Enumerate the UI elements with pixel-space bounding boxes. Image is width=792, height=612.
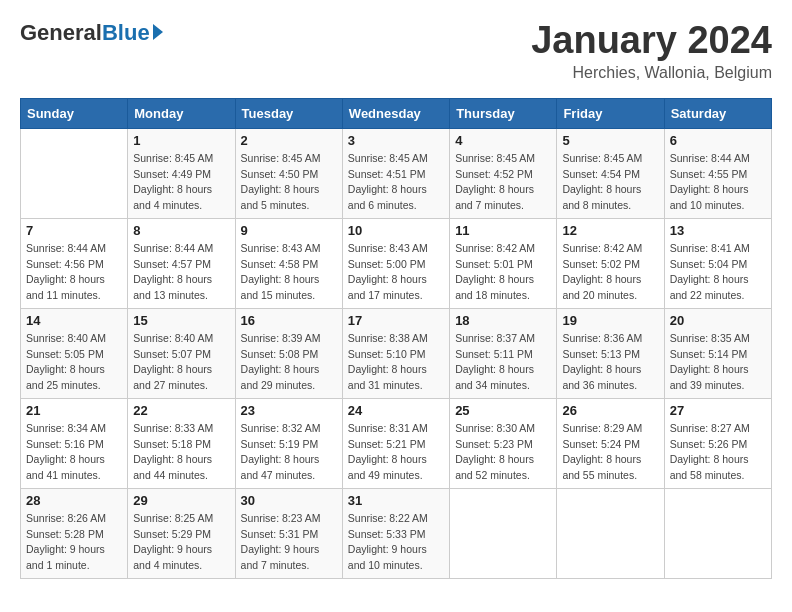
day-info: Sunrise: 8:42 AMSunset: 5:02 PMDaylight:…	[562, 241, 658, 304]
day-info: Sunrise: 8:33 AMSunset: 5:18 PMDaylight:…	[133, 421, 229, 484]
calendar-cell: 5Sunrise: 8:45 AMSunset: 4:54 PMDaylight…	[557, 128, 664, 218]
day-info: Sunrise: 8:38 AMSunset: 5:10 PMDaylight:…	[348, 331, 444, 394]
calendar-cell: 10Sunrise: 8:43 AMSunset: 5:00 PMDayligh…	[342, 218, 449, 308]
calendar-cell: 17Sunrise: 8:38 AMSunset: 5:10 PMDayligh…	[342, 308, 449, 398]
day-info: Sunrise: 8:44 AMSunset: 4:57 PMDaylight:…	[133, 241, 229, 304]
calendar-cell	[664, 488, 771, 578]
calendar-cell: 16Sunrise: 8:39 AMSunset: 5:08 PMDayligh…	[235, 308, 342, 398]
day-info: Sunrise: 8:41 AMSunset: 5:04 PMDaylight:…	[670, 241, 766, 304]
day-info: Sunrise: 8:26 AMSunset: 5:28 PMDaylight:…	[26, 511, 122, 574]
calendar-cell: 26Sunrise: 8:29 AMSunset: 5:24 PMDayligh…	[557, 398, 664, 488]
day-info: Sunrise: 8:23 AMSunset: 5:31 PMDaylight:…	[241, 511, 337, 574]
day-info: Sunrise: 8:43 AMSunset: 4:58 PMDaylight:…	[241, 241, 337, 304]
logo-general-text: General	[20, 20, 102, 46]
calendar-cell: 3Sunrise: 8:45 AMSunset: 4:51 PMDaylight…	[342, 128, 449, 218]
day-number: 28	[26, 493, 122, 508]
calendar-cell: 21Sunrise: 8:34 AMSunset: 5:16 PMDayligh…	[21, 398, 128, 488]
day-info: Sunrise: 8:45 AMSunset: 4:51 PMDaylight:…	[348, 151, 444, 214]
day-info: Sunrise: 8:25 AMSunset: 5:29 PMDaylight:…	[133, 511, 229, 574]
title-section: January 2024 Herchies, Wallonia, Belgium	[531, 20, 772, 82]
day-number: 24	[348, 403, 444, 418]
logo: General Blue	[20, 20, 163, 46]
month-title: January 2024	[531, 20, 772, 62]
calendar-cell: 4Sunrise: 8:45 AMSunset: 4:52 PMDaylight…	[450, 128, 557, 218]
calendar-header-row: SundayMondayTuesdayWednesdayThursdayFrid…	[21, 98, 772, 128]
calendar-cell: 30Sunrise: 8:23 AMSunset: 5:31 PMDayligh…	[235, 488, 342, 578]
day-info: Sunrise: 8:39 AMSunset: 5:08 PMDaylight:…	[241, 331, 337, 394]
calendar-cell: 1Sunrise: 8:45 AMSunset: 4:49 PMDaylight…	[128, 128, 235, 218]
day-number: 18	[455, 313, 551, 328]
day-number: 7	[26, 223, 122, 238]
day-number: 20	[670, 313, 766, 328]
day-number: 14	[26, 313, 122, 328]
calendar-week-row: 14Sunrise: 8:40 AMSunset: 5:05 PMDayligh…	[21, 308, 772, 398]
day-number: 17	[348, 313, 444, 328]
day-number: 30	[241, 493, 337, 508]
day-info: Sunrise: 8:31 AMSunset: 5:21 PMDaylight:…	[348, 421, 444, 484]
day-number: 2	[241, 133, 337, 148]
day-number: 29	[133, 493, 229, 508]
day-info: Sunrise: 8:35 AMSunset: 5:14 PMDaylight:…	[670, 331, 766, 394]
calendar-cell: 24Sunrise: 8:31 AMSunset: 5:21 PMDayligh…	[342, 398, 449, 488]
calendar-cell: 6Sunrise: 8:44 AMSunset: 4:55 PMDaylight…	[664, 128, 771, 218]
day-info: Sunrise: 8:44 AMSunset: 4:56 PMDaylight:…	[26, 241, 122, 304]
calendar-cell: 27Sunrise: 8:27 AMSunset: 5:26 PMDayligh…	[664, 398, 771, 488]
calendar-cell: 22Sunrise: 8:33 AMSunset: 5:18 PMDayligh…	[128, 398, 235, 488]
calendar-cell: 2Sunrise: 8:45 AMSunset: 4:50 PMDaylight…	[235, 128, 342, 218]
day-info: Sunrise: 8:45 AMSunset: 4:50 PMDaylight:…	[241, 151, 337, 214]
day-number: 31	[348, 493, 444, 508]
day-number: 9	[241, 223, 337, 238]
day-number: 4	[455, 133, 551, 148]
day-info: Sunrise: 8:45 AMSunset: 4:52 PMDaylight:…	[455, 151, 551, 214]
header-sunday: Sunday	[21, 98, 128, 128]
calendar-cell: 29Sunrise: 8:25 AMSunset: 5:29 PMDayligh…	[128, 488, 235, 578]
calendar-cell: 9Sunrise: 8:43 AMSunset: 4:58 PMDaylight…	[235, 218, 342, 308]
day-info: Sunrise: 8:44 AMSunset: 4:55 PMDaylight:…	[670, 151, 766, 214]
calendar-cell: 13Sunrise: 8:41 AMSunset: 5:04 PMDayligh…	[664, 218, 771, 308]
day-number: 21	[26, 403, 122, 418]
logo-blue-text: Blue	[102, 20, 150, 46]
calendar-cell: 28Sunrise: 8:26 AMSunset: 5:28 PMDayligh…	[21, 488, 128, 578]
header-wednesday: Wednesday	[342, 98, 449, 128]
day-number: 26	[562, 403, 658, 418]
calendar-cell: 12Sunrise: 8:42 AMSunset: 5:02 PMDayligh…	[557, 218, 664, 308]
day-info: Sunrise: 8:36 AMSunset: 5:13 PMDaylight:…	[562, 331, 658, 394]
calendar-cell: 25Sunrise: 8:30 AMSunset: 5:23 PMDayligh…	[450, 398, 557, 488]
day-info: Sunrise: 8:22 AMSunset: 5:33 PMDaylight:…	[348, 511, 444, 574]
day-info: Sunrise: 8:30 AMSunset: 5:23 PMDaylight:…	[455, 421, 551, 484]
day-info: Sunrise: 8:43 AMSunset: 5:00 PMDaylight:…	[348, 241, 444, 304]
calendar-cell	[557, 488, 664, 578]
header-thursday: Thursday	[450, 98, 557, 128]
calendar-cell: 20Sunrise: 8:35 AMSunset: 5:14 PMDayligh…	[664, 308, 771, 398]
day-info: Sunrise: 8:37 AMSunset: 5:11 PMDaylight:…	[455, 331, 551, 394]
day-info: Sunrise: 8:32 AMSunset: 5:19 PMDaylight:…	[241, 421, 337, 484]
calendar-cell: 7Sunrise: 8:44 AMSunset: 4:56 PMDaylight…	[21, 218, 128, 308]
day-number: 6	[670, 133, 766, 148]
day-info: Sunrise: 8:40 AMSunset: 5:07 PMDaylight:…	[133, 331, 229, 394]
location-subtitle: Herchies, Wallonia, Belgium	[531, 64, 772, 82]
day-number: 1	[133, 133, 229, 148]
day-number: 3	[348, 133, 444, 148]
day-number: 5	[562, 133, 658, 148]
day-number: 15	[133, 313, 229, 328]
day-number: 22	[133, 403, 229, 418]
day-number: 12	[562, 223, 658, 238]
day-info: Sunrise: 8:42 AMSunset: 5:01 PMDaylight:…	[455, 241, 551, 304]
page-header: General Blue January 2024 Herchies, Wall…	[20, 20, 772, 82]
calendar-week-row: 1Sunrise: 8:45 AMSunset: 4:49 PMDaylight…	[21, 128, 772, 218]
day-info: Sunrise: 8:40 AMSunset: 5:05 PMDaylight:…	[26, 331, 122, 394]
calendar-cell: 11Sunrise: 8:42 AMSunset: 5:01 PMDayligh…	[450, 218, 557, 308]
day-info: Sunrise: 8:27 AMSunset: 5:26 PMDaylight:…	[670, 421, 766, 484]
day-info: Sunrise: 8:45 AMSunset: 4:49 PMDaylight:…	[133, 151, 229, 214]
logo-arrow-icon	[153, 24, 163, 40]
day-number: 27	[670, 403, 766, 418]
day-number: 23	[241, 403, 337, 418]
day-info: Sunrise: 8:34 AMSunset: 5:16 PMDaylight:…	[26, 421, 122, 484]
calendar-table: SundayMondayTuesdayWednesdayThursdayFrid…	[20, 98, 772, 579]
header-friday: Friday	[557, 98, 664, 128]
header-tuesday: Tuesday	[235, 98, 342, 128]
header-saturday: Saturday	[664, 98, 771, 128]
header-monday: Monday	[128, 98, 235, 128]
calendar-week-row: 7Sunrise: 8:44 AMSunset: 4:56 PMDaylight…	[21, 218, 772, 308]
calendar-cell	[450, 488, 557, 578]
